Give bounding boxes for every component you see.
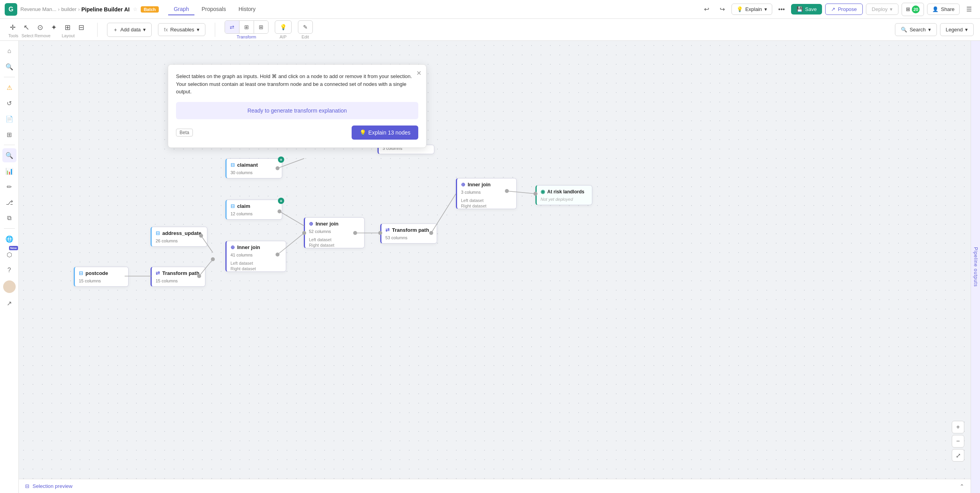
selection-preview-bar[interactable]: ⊟ Selection preview ⌃	[19, 479, 971, 493]
node-claimant[interactable]: ⊟ claimant 30 columns +	[225, 158, 282, 178]
deploy-chevron: ▾	[890, 6, 893, 12]
sidebar-history-icon[interactable]: ↺	[2, 96, 16, 110]
aip-button[interactable]: 💡	[275, 20, 292, 34]
canvas-area: ✕ Select tables on the graph as inputs. …	[19, 41, 971, 493]
node-claim[interactable]: ⊟ claim 12 columns +	[225, 200, 282, 220]
node-address-label: address_update	[162, 230, 201, 236]
sidebar-search-icon[interactable]: 🔍	[2, 60, 16, 74]
top-bar-right: ↩ ↪ 💡 Explain ▾ ••• 💾 Save ↗ Propose Dep…	[700, 3, 975, 16]
node-join2-header: ⊕ Inner join	[305, 218, 364, 228]
sidebar-help-icon[interactable]: ?	[2, 263, 16, 277]
sidebar-layers-icon[interactable]: ⧉	[2, 211, 16, 225]
table-tool[interactable]: ⊟	[75, 22, 87, 33]
tab-proposals[interactable]: Proposals	[196, 4, 231, 15]
sidebar-docs-icon[interactable]: 📄	[2, 112, 16, 126]
svg-line-9	[279, 211, 304, 226]
redo-button[interactable]: ↪	[716, 3, 728, 16]
zoom-in-button[interactable]: +	[952, 421, 964, 433]
transform-btn2[interactable]: ⊞	[240, 21, 254, 33]
share-button[interactable]: 👤 Share	[927, 4, 960, 15]
node-transform-path-2[interactable]: ⇄ Transform path 53 columns	[380, 224, 437, 244]
magic-icon: ✦	[51, 23, 57, 32]
node-inner-join-3[interactable]: ⊕ Inner join 3 columns Left dataset Righ…	[456, 178, 517, 209]
right-panel[interactable]: Pipeline outputs	[971, 41, 980, 493]
transform-btn3[interactable]: ⊞	[254, 21, 268, 33]
checks-grid-icon: ⊞	[906, 6, 910, 12]
explain-button[interactable]: 💡 Explain ▾	[731, 4, 772, 15]
sidebar-chart-icon[interactable]: 📊	[2, 164, 16, 178]
transform-btn1[interactable]: ⇄	[225, 21, 240, 33]
propose-button[interactable]: ↗ Propose	[825, 4, 862, 15]
zoom-fit-button[interactable]: ⤢	[952, 449, 964, 462]
node-postcode[interactable]: ⊟ postcode 15 columns	[74, 267, 129, 287]
zoom-out-button[interactable]: −	[952, 435, 964, 448]
breadcrumb: Revenue Man... › builder › Pipeline Buil…	[20, 6, 159, 13]
node-join3-columns: 3 columns	[457, 189, 516, 198]
magic-tool[interactable]: ✦	[48, 22, 60, 33]
search-button[interactable]: 🔍 Search ▾	[895, 23, 936, 36]
tab-history[interactable]: History	[233, 4, 261, 15]
grid-tool[interactable]: ⊞	[62, 22, 74, 33]
legend-button[interactable]: Legend ▾	[940, 23, 974, 36]
node-join3-header: ⊕ Inner join	[457, 178, 516, 189]
star-icon[interactable]: ☆	[133, 6, 138, 12]
menu-button[interactable]: ☰	[963, 3, 975, 16]
sidebar-brush-icon[interactable]: ✏	[2, 180, 16, 194]
select-tool[interactable]: ↖	[20, 22, 33, 33]
popup-close-button[interactable]: ✕	[416, 69, 421, 77]
node-join1-columns: 41 columns	[227, 252, 286, 260]
record-tool[interactable]: ⊙	[34, 22, 46, 33]
node-at-risk-landlords[interactable]: ◉ At risk landlords Not yet deployed	[535, 185, 592, 205]
edit-button[interactable]: ✎	[298, 20, 313, 34]
sidebar-avatar-icon[interactable]	[3, 280, 16, 293]
undo-button[interactable]: ↩	[700, 3, 713, 16]
breadcrumb-middle[interactable]: builder	[61, 6, 76, 12]
node-claim-header: ⊟ claim	[227, 200, 282, 211]
explain-nodes-button[interactable]: 💡 Explain 13 nodes	[352, 126, 418, 140]
edit-group: ✎ Edit	[298, 20, 313, 39]
claimant-add-btn[interactable]: +	[278, 156, 284, 163]
save-button[interactable]: 💾 Save	[791, 4, 822, 15]
add-data-chevron: ▾	[143, 27, 146, 33]
breadcrumb-parent[interactable]: Revenue Man...	[20, 6, 56, 12]
deploy-button[interactable]: Deploy ▾	[866, 4, 898, 15]
move-tool[interactable]: ✛	[7, 22, 19, 33]
node-join1-label: Inner join	[237, 244, 260, 250]
checks-button[interactable]: ⊞ 20	[902, 3, 924, 16]
sidebar-sep1	[4, 77, 15, 77]
node-transform-path-1[interactable]: ⇄ Transform path 15 columns	[151, 267, 205, 287]
layout-label: Layout	[49, 33, 88, 38]
node-claim-columns: 12 columns	[227, 211, 282, 219]
sidebar-home-icon[interactable]: ⌂	[2, 44, 16, 58]
node-inner-join-1[interactable]: ⊕ Inner join 41 columns Left dataset Rig…	[225, 241, 286, 272]
node-claimant-label: claimant	[237, 162, 258, 168]
sidebar-expand-icon[interactable]: ↗	[2, 296, 16, 310]
add-data-button[interactable]: ＋ Add data ▾	[107, 23, 152, 37]
sidebar-grid-icon[interactable]: ⊞	[2, 127, 16, 142]
node-join1-right: Right dataset	[227, 266, 286, 271]
node-claimant-header: ⊟ claimant	[227, 159, 282, 169]
node-join3-right: Right dataset	[457, 203, 516, 209]
sidebar-alert-icon[interactable]: ⚠	[2, 80, 16, 95]
node-inner-join-2[interactable]: ⊕ Inner join 52 columns Left dataset Rig…	[304, 217, 365, 248]
node-output-status: Not yet deployed	[537, 196, 592, 205]
sidebar-sep2	[4, 145, 15, 145]
table-icon: ⊟	[230, 162, 235, 168]
node-join2-left: Left dataset	[305, 237, 364, 242]
sidebar-globe-icon[interactable]: 🌐	[2, 232, 16, 246]
more-button[interactable]: •••	[775, 3, 788, 16]
selection-preview-chevron[interactable]: ⌃	[960, 483, 964, 489]
top-bar-tabs: Graph Proposals History	[168, 4, 261, 15]
sidebar-new-icon[interactable]: ⬡ New	[2, 247, 16, 262]
node-address-update[interactable]: ⊟ address_update 26 columns	[151, 227, 207, 247]
reusables-button[interactable]: fx Reusables ▾	[158, 23, 205, 36]
propose-label: Propose	[838, 6, 857, 12]
sidebar-branch-icon[interactable]: ⎇	[2, 195, 16, 209]
select-label: Select	[20, 33, 34, 38]
sidebar-pipeline-icon[interactable]: 🔍	[2, 148, 16, 162]
tab-graph[interactable]: Graph	[168, 4, 194, 15]
explain-icon: 💡	[737, 6, 743, 12]
reusables-label: Reusables	[170, 27, 194, 33]
right-panel-label: Pipeline outputs	[973, 247, 978, 287]
claim-add-btn[interactable]: +	[278, 198, 284, 204]
